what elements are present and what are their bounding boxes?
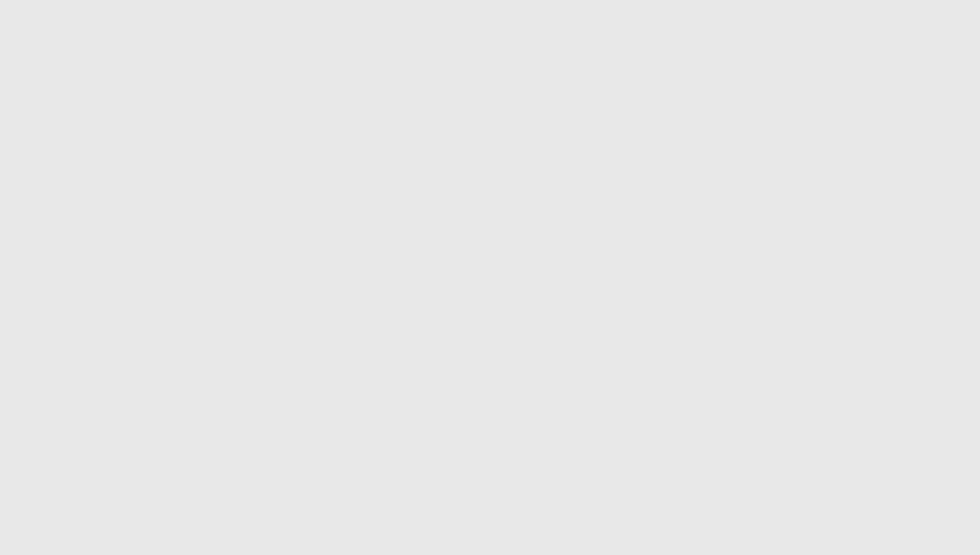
screenshot-grid (0, 0, 980, 555)
